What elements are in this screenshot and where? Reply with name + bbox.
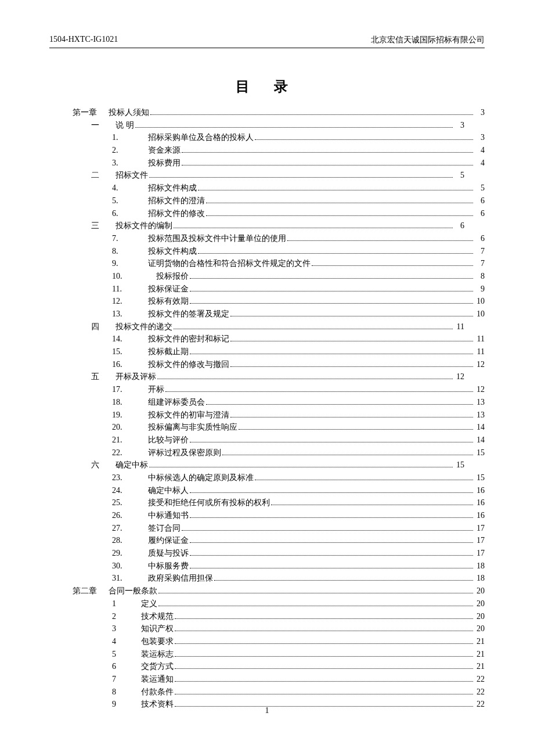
toc-row: 5装运标志21 xyxy=(112,648,485,661)
toc-entry-number: 1 xyxy=(112,597,138,610)
toc-row: 16.投标文件的修改与撤回12 xyxy=(112,358,485,371)
toc-entry-label: 确定中标 xyxy=(116,459,148,471)
toc-entry-page: 5 xyxy=(454,169,464,182)
toc-entry-number: 5. xyxy=(112,195,145,207)
toc-entry-number: 3 xyxy=(112,622,138,635)
toc-entry-number: 2. xyxy=(112,144,145,157)
toc-entry-label: 投标文件的修改与撤回 xyxy=(148,358,229,371)
toc-entry-label: 招标采购单位及合格的投标人 xyxy=(148,131,254,144)
toc-entry-page: 3 xyxy=(454,119,464,132)
toc-row: 6.招标文件的修改6 xyxy=(112,207,485,220)
toc-entry-number: 21. xyxy=(112,434,145,447)
toc-entry-number: 15. xyxy=(112,345,145,358)
toc-entry-number: 5 xyxy=(112,648,138,661)
toc-entry-label: 知识产权 xyxy=(141,622,174,635)
toc-leader-dots xyxy=(312,265,473,266)
toc-entry-number: 22. xyxy=(112,447,145,459)
toc-leader-dots xyxy=(190,354,473,354)
toc-entry-number: 17. xyxy=(112,383,145,396)
toc-row: 1.招标采购单位及合格的投标人3 xyxy=(112,131,485,144)
toc-entry-page: 11 xyxy=(474,345,485,358)
toc-entry-label: 包装要求 xyxy=(141,635,174,648)
toc-entry-number: 6. xyxy=(112,207,145,220)
toc-leader-dots xyxy=(165,391,473,392)
toc-leader-dots xyxy=(175,694,473,694)
toc-row: 二招标文件5 xyxy=(91,169,485,182)
page-header: 1504-HXTC-IG1021 北京宏信天诚国际招标有限公司 xyxy=(49,35,485,48)
toc-leader-dots xyxy=(175,631,473,631)
toc-leader-dots xyxy=(150,114,473,115)
toc-entry-label: 评标过程及保密原则 xyxy=(148,447,221,459)
toc-entry-number: 4 xyxy=(112,635,138,648)
toc-entry-number: 四 xyxy=(91,321,112,333)
toc-entry-number: 19. xyxy=(112,409,145,422)
toc-entry-number: 第一章 xyxy=(73,106,105,119)
toc-row: 27.签订合同17 xyxy=(112,522,485,535)
toc-leader-dots xyxy=(190,303,473,304)
toc-row: 31.政府采购信用担保18 xyxy=(112,572,485,585)
toc-entry-label: 投标文件的密封和标记 xyxy=(148,333,229,345)
toc-row: 8.投标文件构成7 xyxy=(112,245,485,258)
toc-entry-number: 三 xyxy=(91,219,112,232)
toc-entry-number: 16. xyxy=(112,358,145,371)
toc-row: 4.招标文件构成5 xyxy=(112,182,485,195)
toc-entry-number: 六 xyxy=(91,459,112,471)
toc-entry-label: 投标截止期 xyxy=(148,345,189,358)
toc-entry-label: 投标报价 xyxy=(156,270,189,283)
toc-entry-label: 开标及评标 xyxy=(116,370,156,383)
toc-entry-label: 投标范围及投标文件中计量单位的使用 xyxy=(148,232,286,245)
toc-row: 三投标文件的编制6 xyxy=(91,219,485,232)
toc-row: 3.投标费用4 xyxy=(112,157,485,170)
toc-entry-page: 12 xyxy=(454,370,464,383)
toc-entry-page: 3 xyxy=(474,131,485,144)
toc-entry-page: 16 xyxy=(474,484,485,497)
toc-row: 12.投标有效期10 xyxy=(112,295,485,308)
toc-entry-number: 31. xyxy=(112,572,145,585)
toc-leader-dots xyxy=(175,618,473,619)
toc-row: 20.投标偏离与非实质性响应14 xyxy=(112,421,485,434)
toc-entry-label: 招标文件的澄清 xyxy=(148,195,205,207)
toc-entry-label: 投标偏离与非实质性响应 xyxy=(148,421,237,434)
toc-leader-dots xyxy=(190,492,473,493)
toc-entry-label: 投标文件的编制 xyxy=(116,219,172,232)
document-page: 1504-HXTC-IG1021 北京宏信天诚国际招标有限公司 目 录 第一章投… xyxy=(0,0,534,756)
toc-leader-dots xyxy=(206,404,473,405)
toc-entry-page: 12 xyxy=(474,358,485,371)
toc-entry-page: 4 xyxy=(474,157,485,170)
toc-entry-page: 20 xyxy=(474,610,485,623)
toc-leader-dots xyxy=(190,278,473,279)
toc-row: 4包装要求21 xyxy=(112,635,485,648)
toc-row: 2技术规范20 xyxy=(112,610,485,623)
toc-entry-label: 中标服务费 xyxy=(148,560,189,573)
toc-entry-number: 26. xyxy=(112,509,145,522)
toc-row: 29.质疑与投诉17 xyxy=(112,547,485,560)
page-number: 1 xyxy=(0,706,534,715)
toc-entry-label: 质疑与投诉 xyxy=(148,547,189,560)
toc-entry-page: 21 xyxy=(474,648,485,661)
toc-entry-page: 6 xyxy=(474,195,485,207)
toc-entry-number: 30. xyxy=(112,560,145,573)
toc-row: 30.中标服务费18 xyxy=(112,560,485,573)
toc-entry-label: 开标 xyxy=(148,383,164,396)
toc-entry-page: 15 xyxy=(474,447,485,459)
toc-entry-page: 14 xyxy=(474,421,485,434)
toc-leader-dots xyxy=(230,366,473,367)
toc-leader-dots xyxy=(198,190,473,190)
toc-entry-label: 投标费用 xyxy=(148,157,181,170)
toc-leader-dots xyxy=(175,643,473,644)
toc-row: 22.评标过程及保密原则15 xyxy=(112,447,485,459)
toc-entry-number: 2 xyxy=(112,610,138,623)
toc-entry-page: 8 xyxy=(474,270,485,283)
toc-entry-label: 付款条件 xyxy=(141,686,174,699)
toc-leader-dots xyxy=(174,228,453,228)
toc-leader-dots xyxy=(287,240,473,241)
toc-leader-dots xyxy=(190,555,473,556)
toc-entry-label: 履约保证金 xyxy=(148,534,189,547)
toc-leader-dots xyxy=(271,505,473,505)
toc-entry-page: 15 xyxy=(454,459,464,471)
toc-entry-number: 25. xyxy=(112,496,145,509)
toc-entry-page: 9 xyxy=(474,283,485,296)
toc-entry-label: 投标文件构成 xyxy=(148,245,197,258)
toc-row: 第一章投标人须知3 xyxy=(73,106,485,119)
toc-row: 9.证明货物的合格性和符合招标文件规定的文件7 xyxy=(112,257,485,270)
